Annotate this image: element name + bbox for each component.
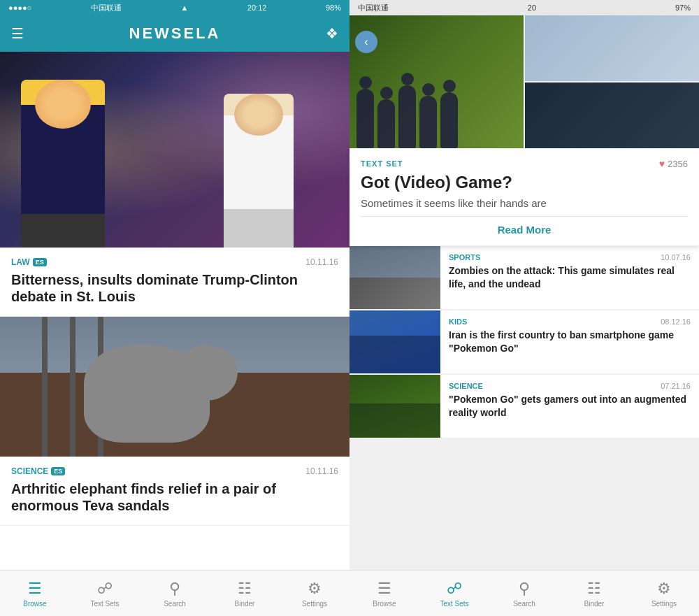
search-icon-right: ⚲: [519, 580, 530, 598]
article2-es-badge: ES: [51, 467, 65, 475]
article2-title: Arthritic elephant finds relief in a pai…: [11, 480, 338, 514]
right-title-3: "Pokemon Go" gets gamers out into an aug…: [449, 393, 691, 418]
right-article-info-3: SCIENCE 07.21.16 "Pokemon Go" gets gamer…: [440, 375, 699, 438]
article2-date: 10.11.16: [305, 466, 338, 476]
left-bottom-nav: ☰ Browse ☍ Text Sets ⚲ Search ☷ Binder ⚙…: [0, 570, 350, 616]
settings-label: Settings: [302, 600, 327, 608]
article1-category: LAW ES: [11, 257, 47, 267]
right-article-list: SPORTS 10.07.16 Zombies on the attack: T…: [350, 246, 699, 570]
menu-icon[interactable]: ☰: [11, 25, 24, 42]
right-panel: 中国联通 20 97% ‹ TEXT SET: [350, 0, 699, 616]
wifi-icon: ▲: [180, 3, 188, 12]
left-nav-binder[interactable]: ☷ Binder: [224, 580, 266, 608]
article2-hero-image[interactable]: [0, 317, 350, 457]
left-header: ☰ NEWSELA ❖: [0, 15, 350, 52]
right-article-item[interactable]: KIDS 08.12.16 Iran is the first country …: [350, 310, 699, 373]
article1-meta: LAW ES 10.11.16: [11, 257, 338, 267]
right-article-info-1: SPORTS 10.07.16 Zombies on the attack: T…: [440, 246, 699, 309]
left-status-bar: ●●●●○ 中国联通 ▲ 20:12 98%: [0, 0, 350, 15]
right-article-meta-3: SCIENCE 07.21.16: [449, 382, 691, 390]
article2-meta: SCIENCE ES 10.11.16: [11, 466, 338, 476]
article2-card[interactable]: SCIENCE ES 10.11.16 Arthritic elephant f…: [0, 457, 350, 526]
browse-icon-right: ☰: [377, 580, 391, 598]
article1-card[interactable]: LAW ES 10.11.16 Bitterness, insults domi…: [0, 248, 350, 317]
signal-dots: ●●●●○: [8, 3, 31, 12]
right-carrier: 中国联通: [358, 3, 389, 13]
left-nav-settings[interactable]: ⚙ Settings: [294, 580, 336, 608]
battery-left: 98%: [326, 3, 341, 12]
left-nav-text-sets[interactable]: ☍ Text Sets: [84, 580, 126, 608]
right-thumb-1: [350, 246, 440, 309]
top-image-tr: [525, 15, 699, 81]
binder-icon: ☷: [238, 580, 252, 598]
browse-label: Browse: [23, 600, 46, 608]
right-title-1: Zombies on the attack: This game simulat…: [449, 264, 691, 289]
textset-divider: [361, 216, 688, 217]
right-nav-text-sets[interactable]: ☍ Text Sets: [433, 580, 475, 608]
text-sets-label-right: Text Sets: [440, 600, 468, 608]
textset-likes: ♥ 2356: [659, 158, 688, 169]
right-nav-settings[interactable]: ⚙ Settings: [643, 580, 685, 608]
heart-icon: ♥: [659, 158, 665, 169]
left-nav-search[interactable]: ⚲ Search: [154, 580, 196, 608]
read-more-button[interactable]: Read More: [361, 224, 688, 236]
article1-date: 10.11.16: [305, 257, 338, 267]
right-date-2: 08.12.16: [661, 317, 691, 326]
right-article-item[interactable]: SCIENCE 07.21.16 "Pokemon Go" gets gamer…: [350, 375, 699, 438]
right-nav-search[interactable]: ⚲ Search: [503, 580, 545, 608]
right-title-2: Iran is the first country to ban smartph…: [449, 329, 691, 354]
textset-header: TEXT SET ♥ 2356: [361, 158, 688, 169]
textset-card[interactable]: TEXT SET ♥ 2356 Got (Video) Game? Someti…: [350, 148, 699, 246]
text-sets-icon-right: ☍: [447, 580, 462, 598]
browse-icon: ☰: [28, 580, 42, 598]
text-sets-label: Text Sets: [90, 600, 119, 608]
article1-title: Bitterness, insults dominate Trump-Clint…: [11, 271, 338, 305]
right-article-info-2: KIDS 08.12.16 Iran is the first country …: [440, 310, 699, 373]
top-image-br: [525, 83, 699, 148]
left-panel: ●●●●○ 中国联通 ▲ 20:12 98% ☰ NEWSELA ❖ LAW E…: [0, 0, 350, 616]
right-time: 20: [528, 3, 536, 12]
figure-right: [224, 94, 294, 248]
right-bottom-nav: ☰ Browse ☍ Text Sets ⚲ Search ☷ Binder ⚙…: [350, 570, 699, 616]
right-date-3: 07.21.16: [661, 382, 691, 390]
right-category-2: KIDS: [449, 317, 467, 326]
right-top-images: ‹: [350, 15, 699, 148]
filter-icon[interactable]: ❖: [326, 25, 338, 42]
right-article-meta-2: KIDS 08.12.16: [449, 317, 691, 326]
settings-icon-right: ⚙: [657, 580, 671, 598]
right-category-3: SCIENCE: [449, 382, 483, 390]
figure-left: [21, 80, 105, 248]
binder-label-right: Binder: [584, 600, 605, 608]
back-button[interactable]: ‹: [355, 31, 377, 53]
text-sets-icon: ☍: [97, 580, 113, 598]
right-battery: 97%: [675, 3, 691, 12]
search-label: Search: [164, 600, 186, 608]
article2-category: SCIENCE ES: [11, 466, 65, 476]
binder-icon-right: ☷: [587, 580, 601, 598]
settings-icon: ⚙: [308, 580, 322, 598]
settings-label-right: Settings: [651, 600, 677, 608]
left-content: LAW ES 10.11.16 Bitterness, insults domi…: [0, 52, 350, 570]
browse-label-right: Browse: [373, 600, 396, 608]
right-nav-browse[interactable]: ☰ Browse: [363, 580, 405, 608]
left-nav-browse[interactable]: ☰ Browse: [14, 580, 56, 608]
binder-label: Binder: [235, 600, 255, 608]
article1-hero-image[interactable]: [0, 52, 350, 248]
search-label-right: Search: [513, 600, 535, 608]
textset-label: TEXT SET: [361, 159, 403, 168]
right-thumb-2: [350, 310, 440, 373]
right-article-meta-1: SPORTS 10.07.16: [449, 253, 691, 262]
right-nav-binder[interactable]: ☷ Binder: [573, 580, 615, 608]
article1-es-badge: ES: [33, 258, 47, 266]
textset-title: Got (Video) Game?: [361, 173, 688, 192]
right-status-bar: 中国联通 20 97%: [350, 0, 699, 15]
right-article-item[interactable]: SPORTS 10.07.16 Zombies on the attack: T…: [350, 246, 699, 309]
likes-count: 2356: [668, 159, 688, 169]
carrier-left: 中国联通: [91, 3, 122, 13]
right-thumb-3: [350, 375, 440, 438]
right-date-1: 10.07.16: [661, 253, 691, 262]
textset-excerpt: Sometimes it seems like their hands are: [361, 197, 688, 209]
app-title: NEWSELA: [129, 24, 221, 43]
right-category-1: SPORTS: [449, 253, 480, 262]
search-icon: ⚲: [169, 580, 180, 598]
